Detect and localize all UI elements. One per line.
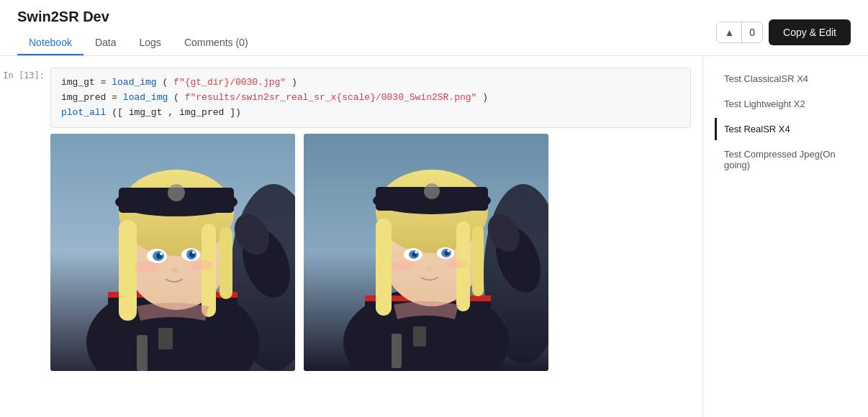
sidebar-item-compressed[interactable]: Test Compressed Jpeg(On going) [715,143,856,176]
svg-point-52 [446,260,466,268]
output-images [0,134,702,371]
svg-point-23 [135,261,161,272]
svg-point-24 [190,260,213,270]
svg-point-20 [160,252,163,255]
code-line-2: img_pred = load_img ( f"results/swin2sr_… [61,91,680,106]
cell-code: img_gt = load_img ( f"{gt_dir}/0030.jpg"… [50,68,691,128]
svg-rect-38 [472,226,484,296]
svg-point-50 [426,267,432,271]
code-line-1: img_gt = load_img ( f"{gt_dir}/0030.jpg"… [61,75,680,91]
svg-point-21 [192,251,195,254]
svg-point-13 [168,184,185,201]
notebook-area: In [13]: img_gt = load_img ( f"{gt_dir}/… [0,56,702,417]
svg-rect-36 [376,219,392,316]
svg-rect-10 [220,227,232,299]
svg-rect-56 [413,326,426,347]
code-var: img_gt [61,77,95,88]
sidebar: Test ClassicalSR X4 Test Lightweight X2 … [702,56,868,417]
svg-rect-8 [119,220,137,321]
header-left: Swin2SR Dev Notebook Data Logs Comments … [17,9,260,55]
main-content: In [13]: img_gt = load_img ( f"{gt_dir}/… [0,56,868,417]
svg-point-49 [447,250,450,253]
svg-rect-27 [137,335,148,371]
sidebar-item-classical[interactable]: Test ClassicalSR X4 [715,68,856,90]
copy-edit-button[interactable]: Copy & Edit [769,19,851,45]
header: Swin2SR Dev Notebook Data Logs Comments … [0,0,868,56]
code-line-3: plot_all ([ img_gt , img_pred ]) [61,106,680,121]
vote-container: ▲ 0 [716,22,763,43]
cell-label: In [13]: [0,68,50,81]
code-cell: In [13]: img_gt = load_img ( f"{gt_dir}/… [0,68,702,128]
header-right: ▲ 0 Copy & Edit [716,19,851,45]
output-image-2 [304,134,548,371]
vote-count: 0 [741,22,762,42]
tab-data[interactable]: Data [83,31,128,55]
svg-point-48 [415,252,417,255]
svg-rect-9 [202,224,216,317]
upvote-button[interactable]: ▲ [717,22,741,42]
tab-notebook[interactable]: Notebook [17,31,83,55]
sidebar-item-realsr[interactable]: Test RealSR X4 [715,118,856,140]
tabs-container: Notebook Data Logs Comments (0) [17,31,260,55]
svg-point-22 [171,268,178,272]
output-image-1 [50,134,295,371]
tab-comments[interactable]: Comments (0) [173,31,260,55]
page-title: Swin2SR Dev [17,9,260,25]
tab-logs[interactable]: Logs [128,31,173,55]
svg-point-51 [392,260,415,270]
svg-rect-55 [392,334,402,368]
svg-point-41 [424,183,440,199]
sidebar-item-lightweight[interactable]: Test Lightweight X2 [715,93,856,115]
svg-rect-28 [158,328,173,349]
